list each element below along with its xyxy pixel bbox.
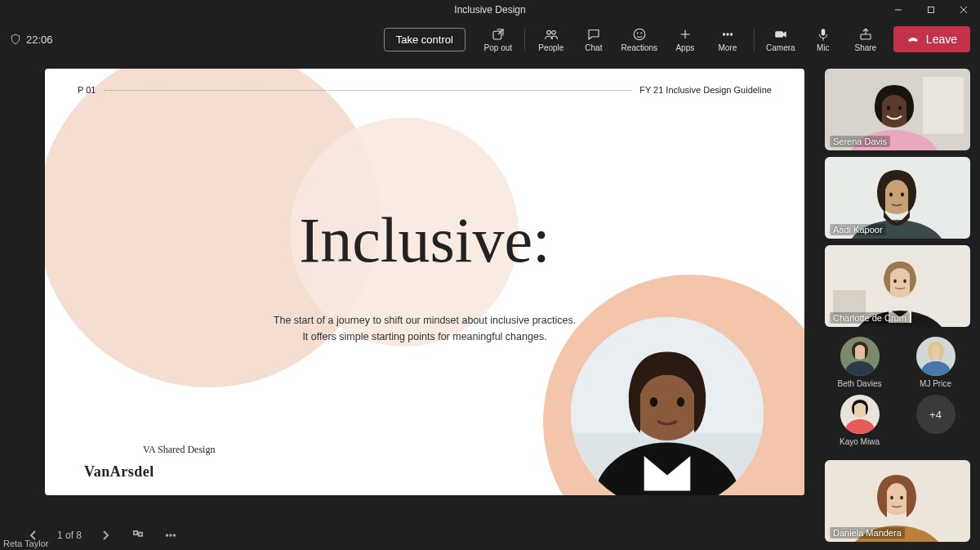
- pop-out-button[interactable]: Pop out: [477, 27, 519, 52]
- participant-name: Charlotte de Crum: [830, 312, 910, 324]
- chat-icon: [586, 27, 601, 42]
- participant-tile[interactable]: Aadi Kapoor: [825, 157, 970, 239]
- participant-name: Aadi Kapoor: [830, 224, 886, 235]
- svg-point-13: [727, 33, 728, 34]
- svg-point-28: [170, 534, 172, 536]
- more-button[interactable]: More: [706, 27, 749, 52]
- camera-icon: [773, 27, 788, 42]
- shield-icon: [10, 34, 21, 45]
- svg-point-34: [887, 106, 890, 110]
- meeting-toolbar: 22:06 Take control Pop out People Chat R…: [0, 20, 980, 59]
- svg-point-23: [650, 397, 657, 407]
- svg-rect-26: [139, 533, 142, 536]
- svg-point-14: [730, 33, 732, 34]
- mic-icon: [816, 27, 831, 42]
- svg-point-6: [552, 30, 556, 34]
- svg-point-60: [900, 496, 903, 499]
- svg-point-35: [898, 106, 902, 110]
- participant-avatar[interactable]: MJ Price: [901, 337, 970, 388]
- participant-avatar[interactable]: Kayo Miwa: [825, 395, 894, 446]
- grid-view-button[interactable]: [129, 526, 147, 544]
- svg-point-9: [641, 33, 642, 34]
- people-icon: [544, 27, 559, 42]
- slide-shared-design: VA Shared Design: [143, 444, 215, 456]
- presentation-stage: P 01 FY 21 Inclusive Design Guideline In…: [0, 59, 825, 550]
- reactions-button[interactable]: Reactions: [615, 27, 664, 52]
- svg-point-45: [893, 279, 897, 283]
- svg-point-27: [167, 534, 168, 536]
- overflow-count: +4: [916, 395, 956, 434]
- slide-counter: 1 of 8: [57, 530, 82, 541]
- close-button[interactable]: [947, 0, 980, 20]
- camera-button[interactable]: Camera: [760, 27, 802, 52]
- slide-more-button[interactable]: [162, 526, 180, 544]
- people-button[interactable]: People: [530, 27, 572, 52]
- svg-rect-31: [923, 77, 964, 134]
- avatar-label: Kayo Miwa: [840, 437, 880, 446]
- svg-rect-1: [929, 7, 934, 13]
- pop-out-icon: [491, 27, 506, 42]
- maximize-button[interactable]: [915, 0, 947, 20]
- more-icon: [720, 27, 735, 42]
- plus-icon: [678, 27, 693, 42]
- avatar-label: MJ Price: [920, 379, 951, 388]
- share-icon: [858, 27, 873, 42]
- svg-point-46: [903, 279, 906, 283]
- reactions-icon: [632, 27, 647, 42]
- svg-point-40: [901, 193, 904, 197]
- svg-rect-16: [822, 29, 826, 35]
- participant-tile[interactable]: Serena Davis: [825, 69, 970, 150]
- svg-rect-25: [134, 531, 137, 534]
- slide-logo: VanArsdel: [84, 463, 154, 481]
- svg-point-29: [174, 534, 176, 536]
- participants-rail: Serena Davis Aadi Kapoor Charlotte de Cr…: [825, 59, 980, 550]
- meeting-timer: 22:06: [10, 34, 53, 46]
- next-slide-button[interactable]: [96, 526, 114, 544]
- slide-header-right: FY 21 Inclusive Design Guideline: [639, 85, 772, 95]
- hangup-icon: [906, 33, 920, 46]
- slide[interactable]: P 01 FY 21 Inclusive Design Guideline In…: [45, 69, 804, 495]
- mic-button[interactable]: Mic: [802, 27, 844, 52]
- avatar-label: Beth Davies: [838, 379, 882, 388]
- window-controls: [882, 0, 980, 20]
- participant-name: Daniela Mandera: [830, 527, 905, 539]
- participant-overflow[interactable]: +4: [901, 395, 970, 446]
- leave-button[interactable]: Leave: [893, 26, 970, 52]
- svg-point-24: [677, 397, 684, 407]
- presenter-name: Reta Taylor: [3, 539, 48, 548]
- take-control-button[interactable]: Take control: [384, 28, 466, 51]
- svg-rect-18: [861, 34, 871, 39]
- participant-avatar[interactable]: Beth Davies: [825, 337, 894, 388]
- participant-tile[interactable]: Charlotte de Crum: [825, 245, 970, 327]
- timer-text: 22:06: [26, 34, 53, 46]
- participant-name: Serena Davis: [830, 136, 890, 147]
- svg-point-59: [890, 496, 893, 499]
- apps-button[interactable]: Apps: [664, 27, 706, 52]
- svg-point-7: [634, 29, 645, 40]
- self-video-tile[interactable]: Daniela Mandera: [825, 460, 970, 542]
- svg-rect-15: [775, 31, 783, 38]
- slide-page-number: P 01: [78, 85, 96, 95]
- svg-point-8: [637, 33, 638, 34]
- svg-point-12: [723, 33, 724, 34]
- svg-point-5: [547, 30, 551, 34]
- slide-controls: 1 of 8: [0, 521, 825, 550]
- title-bar: Inclusive Design: [0, 0, 980, 20]
- chat-button[interactable]: Chat: [572, 27, 615, 52]
- divider: [104, 90, 631, 91]
- participant-avatars: Beth Davies MJ Price Kayo Miwa +4: [825, 333, 970, 446]
- svg-point-39: [889, 193, 893, 197]
- slide-title: Inclusive:: [45, 203, 804, 277]
- window-title: Inclusive Design: [454, 4, 525, 16]
- minimize-button[interactable]: [882, 0, 915, 20]
- share-button[interactable]: Share: [844, 27, 887, 52]
- svg-rect-42: [833, 290, 866, 315]
